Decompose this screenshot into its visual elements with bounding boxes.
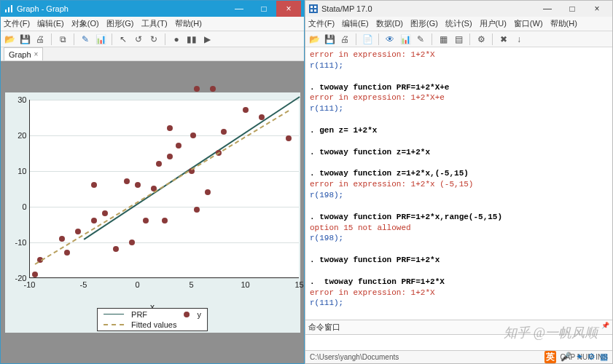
results-line: [310, 266, 608, 277]
maximize-button[interactable]: □: [560, 1, 585, 17]
tool-icon[interactable]: ✦: [576, 352, 583, 362]
scatter-point: [59, 236, 65, 242]
results-line: . twoway function z=1+2*x,(-5,15): [310, 168, 608, 179]
viewer-icon[interactable]: 👁: [384, 33, 396, 45]
menu-item[interactable]: 帮助(H): [175, 18, 202, 29]
break-icon[interactable]: ✖: [498, 33, 509, 45]
scatter-point: [286, 135, 292, 141]
results-line: [310, 157, 608, 168]
scatter-point: [176, 143, 181, 149]
save-icon[interactable]: 💾: [324, 33, 335, 45]
menu-item[interactable]: 帮助(H): [550, 18, 577, 29]
minimize-button[interactable]: —: [535, 1, 560, 17]
scatter-point: [113, 246, 119, 252]
print-icon[interactable]: 🖨: [34, 33, 46, 45]
results-line: r(111);: [310, 60, 608, 71]
menu-item[interactable]: 统计(S): [445, 18, 472, 29]
graphedit-icon[interactable]: 📊: [95, 33, 106, 45]
pointer-icon[interactable]: ↖: [117, 33, 129, 45]
command-input[interactable]: [305, 335, 612, 350]
settings-icon[interactable]: ⚙: [587, 352, 596, 362]
command-pane-label: 命令窗口 📌: [305, 320, 612, 334]
scatter-point: [190, 132, 196, 138]
y-tick-label: 0: [9, 202, 27, 211]
plot-inner: -20-100102030-10-5051015: [29, 100, 299, 278]
pane-pin-icon[interactable]: 📌: [601, 322, 609, 329]
save-icon[interactable]: 💾: [19, 33, 31, 45]
tab-label: Graph: [9, 50, 31, 59]
x-tick-label: 10: [235, 280, 257, 289]
x-tick-label: 0: [127, 280, 149, 289]
menubar-graph[interactable]: 文件(F) 编辑(E) 对象(O) 图形(G) 工具(T) 帮助(H): [1, 17, 304, 31]
scatter-point: [102, 210, 108, 216]
log-icon[interactable]: 📄: [362, 33, 373, 45]
legend-fit-label: Fitted values: [131, 320, 176, 329]
pause-icon[interactable]: ▮▮: [186, 33, 198, 45]
menu-item[interactable]: 工具(T): [141, 18, 168, 29]
menu-item[interactable]: 文件(F): [4, 18, 30, 29]
print-icon[interactable]: 🖨: [339, 33, 351, 45]
menu-item[interactable]: 图形(G): [106, 18, 134, 29]
open-icon[interactable]: 📂: [308, 33, 320, 45]
record-icon[interactable]: ●: [171, 33, 182, 45]
minimize-button[interactable]: —: [227, 1, 251, 17]
undo-icon[interactable]: ↺: [133, 33, 144, 45]
x-tick-label: 5: [181, 280, 203, 289]
rename-icon[interactable]: ✎: [79, 33, 91, 45]
menu-item[interactable]: 数据(D): [376, 18, 403, 29]
menubar-stata[interactable]: 文件(F) 编辑(E) 数据(D) 图形(G) 统计(S) 用户(U) 窗口(W…: [305, 17, 612, 31]
scatter-point: [124, 178, 130, 184]
varmanager-icon[interactable]: ⚙: [475, 33, 487, 45]
y-tick-label: 30: [9, 95, 27, 104]
databrowser-icon[interactable]: ▤: [453, 33, 464, 45]
menu-item[interactable]: 用户(U): [480, 18, 507, 29]
redo-icon[interactable]: ↻: [148, 33, 160, 45]
svg-rect-0: [5, 9, 7, 12]
results-line: r(198);: [310, 233, 608, 244]
tab-graph[interactable]: Graph ×: [4, 47, 43, 60]
menu-item[interactable]: 窗口(W): [514, 18, 543, 29]
results-line: error in expression: 1+2*X+e: [310, 92, 608, 103]
menu-item[interactable]: 文件(F): [308, 18, 335, 29]
scatter-point: [64, 250, 70, 256]
scatter-point: [156, 161, 162, 167]
legend-y-label: y: [197, 310, 201, 319]
stata-graph-icon: [4, 4, 14, 14]
results-line: . twoway function z=1+2*x: [310, 147, 608, 158]
scatter-point: [205, 189, 211, 195]
ime-icon[interactable]: 英: [544, 351, 556, 363]
open-icon[interactable]: 📂: [4, 33, 15, 45]
maximize-button[interactable]: □: [251, 1, 276, 17]
stata-window: Stata/MP 17.0 — □ × 文件(F) 编辑(E) 数据(D) 图形…: [305, 0, 613, 364]
menu-item[interactable]: 编辑(E): [37, 18, 64, 29]
titlebar-graph[interactable]: Graph - Graph — □ ×: [1, 1, 304, 17]
close-button[interactable]: ×: [585, 1, 609, 17]
dofile-icon[interactable]: ✎: [415, 33, 426, 45]
scatter-point: [162, 218, 168, 223]
close-button[interactable]: ×: [276, 1, 301, 17]
scatter-point: [221, 129, 227, 135]
scatter-point: [194, 207, 200, 213]
scatter-point: [259, 114, 265, 120]
dataeditor-icon[interactable]: ▦: [437, 33, 449, 45]
copy-icon[interactable]: ⧉: [57, 33, 69, 45]
menu-item[interactable]: 编辑(E): [342, 18, 369, 29]
results-pane[interactable]: error in expression: 1+2*Xr(111); . twow…: [305, 47, 612, 320]
svg-rect-1: [8, 7, 9, 12]
menu-item[interactable]: 对象(O): [71, 18, 99, 29]
more-icon[interactable]: ↓: [513, 33, 525, 45]
tab-close-icon[interactable]: ×: [34, 50, 39, 58]
menu-item[interactable]: 图形(G): [410, 18, 438, 29]
results-line: [310, 136, 608, 147]
grid-icon[interactable]: ▦: [600, 352, 608, 362]
results-line: [310, 244, 608, 255]
play-icon[interactable]: ▶: [201, 33, 213, 45]
toolbar-graph[interactable]: 📂 💾 🖨 ⧉ ✎ 📊 ↖ ↺ ↻ ● ▮▮ ▶: [1, 31, 304, 47]
titlebar-stata[interactable]: Stata/MP 17.0 — □ ×: [305, 1, 612, 17]
toolbar-stata[interactable]: 📂 💾 🖨 📄 👁 📊 ✎ ▦ ▤ ⚙ ✖ ↓: [305, 31, 612, 47]
results-line: r(111);: [310, 103, 608, 114]
graph-icon[interactable]: 📊: [399, 33, 411, 45]
results-line: r(111);: [310, 298, 608, 309]
mic-icon[interactable]: 🎤: [561, 352, 571, 362]
legend-fit-swatch: [104, 324, 124, 325]
